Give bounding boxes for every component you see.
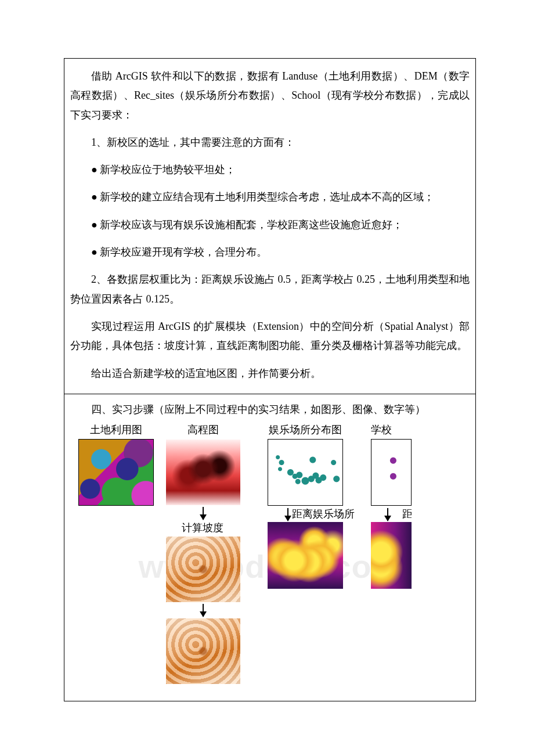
flow-title-school: 学校 xyxy=(371,423,392,437)
arrow-down-icon xyxy=(287,508,288,521)
section-steps: www.bdocx.com 四、实习步骤（应附上不同过程中的实习结果，如图形、图… xyxy=(64,394,475,701)
section-requirements: 借助 ArcGIS 软件和以下的数据，数据有 Landuse（土地利用数据）、D… xyxy=(64,59,475,394)
thumb-rec-icon xyxy=(268,439,343,506)
arrow-down-icon xyxy=(387,508,388,521)
bullet-3: ● 新学校应该与现有娱乐设施相配套，学校距离这些设施愈近愈好； xyxy=(70,215,470,235)
arrow-down-icon xyxy=(203,604,204,617)
thumb-school-icon xyxy=(371,439,412,506)
flow-title-landuse: 土地利用图 xyxy=(90,423,142,437)
flow-col-landuse: 土地利用图 xyxy=(78,423,154,506)
bullet-1: ● 新学校应位于地势较平坦处； xyxy=(70,160,470,179)
flow-step-school-label: 距 xyxy=(402,507,412,521)
thumb-dem-icon xyxy=(165,439,241,506)
flow-col-rec: 娱乐场所分布图 距离娱乐场所 xyxy=(255,423,356,589)
flow-title-dem: 高程图 xyxy=(187,423,219,437)
paragraph-output: 给出适合新建学校的适宜地区图，并作简要分析。 xyxy=(70,364,470,383)
arrow-down-icon xyxy=(203,507,204,520)
flow-col-dem: 高程图 计算坡度 xyxy=(165,423,241,685)
paragraph-item-1: 1、新校区的选址，其中需要注意的方面有： xyxy=(70,133,470,152)
thumb-dist-school-icon xyxy=(371,522,412,589)
paragraph-intro: 借助 ArcGIS 软件和以下的数据，数据有 Landuse（土地利用数据）、D… xyxy=(70,67,470,125)
bullet-2: ● 新学校的建立应结合现有土地利用类型综合考虑，选址成本不高的区域； xyxy=(70,188,470,207)
flowchart: 土地利用图 高程图 计算坡度 娱乐场所分布图 距离娱乐场所 xyxy=(70,423,470,685)
thumb-dist-rec-icon xyxy=(268,522,343,589)
flow-title-rec: 娱乐场所分布图 xyxy=(269,423,342,437)
paragraph-method: 实现过程运用 ArcGIS 的扩展模块（Extension）中的空间分析（Spa… xyxy=(70,317,470,356)
flow-step-rec-label: 距离娱乐场所 xyxy=(292,507,355,521)
bullet-4: ● 新学校应避开现有学校，合理分布。 xyxy=(70,243,470,262)
flow-col-school: 学校 距 xyxy=(371,423,412,589)
thumb-landuse-icon xyxy=(78,439,154,506)
flow-step-slope-label: 计算坡度 xyxy=(182,521,223,535)
thumb-slope-icon xyxy=(165,536,241,603)
heading-steps: 四、实习步骤（应附上不同过程中的实习结果，如图形、图像、数字等） xyxy=(70,400,470,419)
thumb-slope2-icon xyxy=(165,618,241,685)
document-page: 借助 ArcGIS 软件和以下的数据，数据有 Landuse（土地利用数据）、D… xyxy=(64,58,476,701)
paragraph-item-2: 2、各数据层权重比为：距离娱乐设施占 0.5，距离学校占 0.25，土地利用类型… xyxy=(70,270,470,309)
